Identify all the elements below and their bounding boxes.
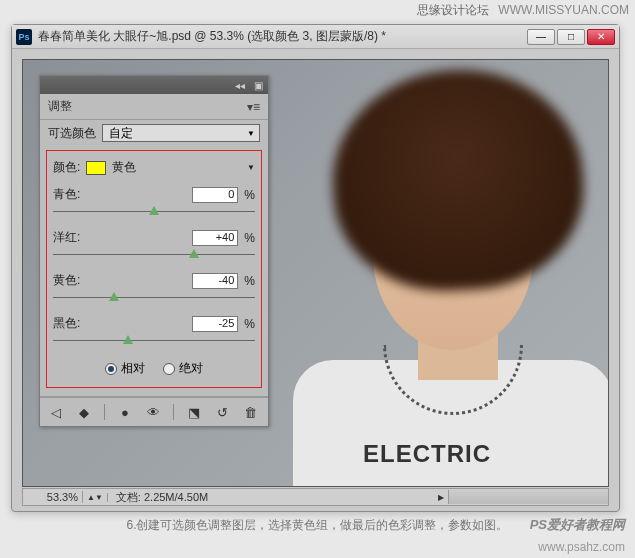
minimize-button[interactable]: — <box>527 29 555 45</box>
slider-label-0: 青色: <box>53 186 89 203</box>
footer-url: www.psahz.com <box>538 540 625 554</box>
shirt-text: ELECTRIC <box>363 440 491 468</box>
zoom-arrows-icon[interactable]: ▲▼ <box>83 493 108 502</box>
slider-pct-2: % <box>244 274 255 288</box>
slider-label-3: 黑色: <box>53 315 89 332</box>
panel-menu-icon[interactable]: ▾≡ <box>247 100 260 114</box>
close-panel-icon[interactable]: ▣ <box>252 79 264 91</box>
slider-thumb-2[interactable] <box>109 292 119 301</box>
slider-thumb-1[interactable] <box>189 249 199 258</box>
titlebar: Ps 春春简单美化 大眼仔~旭.psd @ 53.3% (选取颜色 3, 图层蒙… <box>12 25 619 49</box>
radio-absolute[interactable]: 绝对 <box>163 360 203 377</box>
slider-value-1[interactable]: +40 <box>192 230 238 246</box>
watermark-url: WWW.MISSYUAN.COM <box>498 3 629 17</box>
slider-pct-0: % <box>244 188 255 202</box>
adjustments-panel: ◂◂ ▣ 调整 ▾≡ 可选颜色 自定 颜色: 黄色 ▼ 青色:0%洋红:+40%… <box>39 75 269 427</box>
slider-label-2: 黄色: <box>53 272 89 289</box>
slider-track-2[interactable] <box>53 291 255 305</box>
preset-select[interactable]: 自定 <box>102 124 260 142</box>
horizontal-scrollbar[interactable] <box>448 490 608 504</box>
slider-value-3[interactable]: -25 <box>192 316 238 332</box>
panel-header[interactable]: ◂◂ ▣ <box>40 76 268 94</box>
radio-relative[interactable]: 相对 <box>105 360 145 377</box>
slider-track-3[interactable] <box>53 334 255 348</box>
visibility-icon[interactable]: 👁 <box>145 404 161 420</box>
color-label: 颜色: <box>53 159 80 176</box>
slider-track-1[interactable] <box>53 248 255 262</box>
layer-mask-icon[interactable]: ● <box>117 404 133 420</box>
footer-brand: PS爱好者教程网 <box>530 516 625 534</box>
watermark-cn: 思缘设计论坛 <box>417 3 489 17</box>
color-swatch[interactable] <box>86 161 106 175</box>
window-title: 春春简单美化 大眼仔~旭.psd @ 53.3% (选取颜色 3, 图层蒙版/8… <box>38 28 527 45</box>
color-name: 黄色 <box>112 159 243 176</box>
radio-relative-label: 相对 <box>121 360 145 377</box>
zoom-field[interactable]: 53.3% <box>23 491 83 503</box>
reset-icon[interactable]: ↺ <box>214 404 230 420</box>
statusbar-menu-icon[interactable]: ▶ <box>434 493 448 502</box>
slider-value-2[interactable]: -40 <box>192 273 238 289</box>
maximize-button[interactable]: □ <box>557 29 585 45</box>
slider-thumb-0[interactable] <box>149 206 159 215</box>
slider-thumb-3[interactable] <box>123 335 133 344</box>
panel-footer: ◁ ◆ ● 👁 ⬔ ↺ 🗑 <box>40 397 268 426</box>
back-icon[interactable]: ◁ <box>48 404 64 420</box>
highlighted-settings: 颜色: 黄色 ▼ 青色:0%洋红:+40%黄色:-40%黑色:-25% 相对 绝… <box>46 150 262 388</box>
photoshop-icon: Ps <box>16 29 32 45</box>
expand-icon[interactable]: ◆ <box>76 404 92 420</box>
app-window: Ps 春春简单美化 大眼仔~旭.psd @ 53.3% (选取颜色 3, 图层蒙… <box>11 24 620 512</box>
radio-absolute-label: 绝对 <box>179 360 203 377</box>
radio-relative-dot <box>105 363 117 375</box>
color-dropdown-icon[interactable]: ▼ <box>247 163 255 172</box>
slider-track-0[interactable] <box>53 205 255 219</box>
preset-label: 可选颜色 <box>48 125 96 142</box>
slider-pct-1: % <box>244 231 255 245</box>
trash-icon[interactable]: 🗑 <box>242 404 258 420</box>
panel-tab-adjust[interactable]: 调整 <box>48 98 72 115</box>
slider-label-1: 洋红: <box>53 229 89 246</box>
doc-info: 文档: 2.25M/4.50M <box>108 490 216 505</box>
radio-absolute-dot <box>163 363 175 375</box>
close-button[interactable]: ✕ <box>587 29 615 45</box>
status-bar: 53.3% ▲▼ 文档: 2.25M/4.50M ▶ <box>22 488 609 506</box>
collapse-icon[interactable]: ◂◂ <box>234 79 246 91</box>
clip-icon[interactable]: ⬔ <box>186 404 202 420</box>
slider-value-0[interactable]: 0 <box>192 187 238 203</box>
slider-pct-3: % <box>244 317 255 331</box>
